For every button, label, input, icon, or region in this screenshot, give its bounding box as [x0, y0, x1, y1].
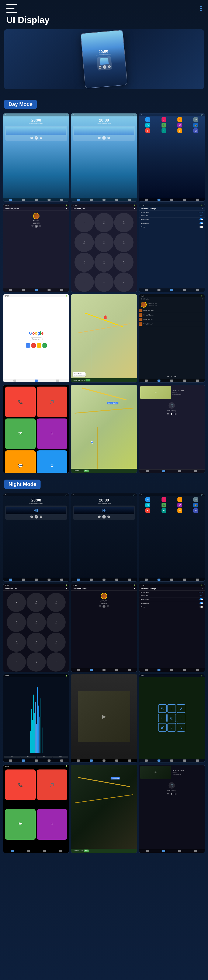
night-app-phone[interactable]: 📞	[162, 503, 166, 508]
next-btn[interactable]: ⏭	[40, 137, 42, 139]
local-prev[interactable]: ⏮	[167, 375, 169, 378]
dial-5[interactable]: 5JKL	[95, 233, 113, 252]
dial-6[interactable]: 6MNO	[114, 233, 133, 252]
play-btn-2[interactable]: ⏸	[102, 136, 106, 140]
app-bt[interactable]: ⬡	[145, 123, 150, 127]
phone-app[interactable]: 📞	[5, 387, 36, 417]
google-app-2[interactable]	[32, 343, 36, 348]
night-np-next[interactable]: ⏭	[175, 792, 177, 795]
night-dial-6[interactable]: 6MNO	[46, 612, 66, 632]
night-podcast-app[interactable]: 🎙	[37, 809, 68, 840]
app-youtube[interactable]: ▶	[145, 128, 150, 133]
night-go-btn[interactable]: GO	[84, 850, 89, 852]
eq-btn-2[interactable]: Bass	[20, 756, 36, 758]
night-next-2[interactable]: ⏭	[107, 515, 110, 518]
bt-prev[interactable]: ⏮	[32, 225, 33, 227]
maps-app[interactable]: 🗺	[5, 418, 36, 449]
messages-app[interactable]: 💬	[5, 450, 36, 473]
dial-9[interactable]: 9WXYZ	[114, 253, 133, 272]
google-search-bar[interactable]: 🔍 Search...	[30, 337, 43, 341]
app-3[interactable]: ⊕	[177, 128, 182, 133]
go-button[interactable]: GO	[85, 379, 90, 382]
night-ac-toggle[interactable]	[200, 602, 203, 604]
night-play-2[interactable]: ⏸	[102, 515, 106, 519]
local-play[interactable]: ⏸	[171, 375, 173, 378]
night-pwr-toggle[interactable]	[200, 606, 203, 608]
night-aa-toggle[interactable]	[200, 598, 203, 600]
power-toggle[interactable]: .toggle.off::after{right:auto;left:1px;}	[200, 226, 203, 228]
night-prev-2[interactable]: ⏮	[98, 515, 101, 518]
night-np-prev[interactable]: ⏮	[167, 792, 169, 795]
next-btn-2[interactable]: ⏭	[107, 137, 110, 139]
night-bt-prev[interactable]: ⏮	[99, 605, 101, 607]
night-prev-1[interactable]: ⏮	[30, 515, 33, 518]
night-play-1[interactable]: ⏸	[35, 515, 38, 519]
dial-8[interactable]: 8TUV	[95, 253, 113, 272]
night-dial-star[interactable]: *	[7, 652, 26, 671]
menu-icon[interactable]	[6, 4, 17, 13]
night-app-1[interactable]: ✈	[145, 497, 150, 502]
app-radio[interactable]: 📻	[193, 123, 198, 127]
night-dial-8[interactable]: 8TUV	[27, 633, 46, 652]
night-app-6[interactable]: ⊕	[177, 508, 182, 513]
night-dial-hash[interactable]: #	[46, 652, 66, 671]
settings-carplay[interactable]: ⚙	[37, 450, 68, 473]
prev-btn[interactable]: ⏮	[30, 137, 33, 139]
auto-connect-toggle[interactable]	[200, 222, 203, 224]
night-phone-app[interactable]: 📞	[5, 770, 36, 800]
google-app-4[interactable]	[43, 343, 47, 348]
night-app-2[interactable]: ♪	[162, 497, 166, 502]
night-app-3[interactable]: 📍	[177, 497, 182, 502]
night-app-7[interactable]: ⊞	[193, 508, 198, 513]
eq-btn-4[interactable]: Treble	[52, 756, 68, 758]
music-app[interactable]: 🎵	[37, 387, 68, 417]
night-music-app[interactable]: 🎵	[37, 770, 68, 800]
podcast-app[interactable]: 🎙	[37, 418, 68, 449]
dial-1[interactable]: 1	[74, 213, 94, 232]
night-dial-4[interactable]: 4GHI	[7, 612, 26, 632]
app-phone[interactable]: 📞	[162, 123, 166, 127]
night-app-waze[interactable]: W	[177, 503, 182, 508]
night-bt-next[interactable]: ⏭	[107, 605, 109, 607]
app-settings[interactable]: ⚙	[193, 117, 198, 122]
app-music[interactable]: ♪	[162, 117, 166, 122]
play-btn[interactable]: ⏸	[35, 136, 38, 140]
dial-2[interactable]: 2ABC	[95, 213, 113, 232]
night-dial-9[interactable]: 9WXYZ	[46, 633, 66, 652]
nav-go-btn[interactable]: GO	[84, 469, 89, 472]
night-np-play[interactable]: ▶	[171, 792, 173, 795]
night-dial-0[interactable]: 0	[27, 652, 46, 671]
bt-play[interactable]: ▶	[35, 225, 38, 228]
app-maps[interactable]: 📍	[177, 117, 182, 122]
local-track-2[interactable]: 华年年_抖音_mp3	[139, 313, 205, 317]
night-app-yt[interactable]: ▶	[145, 508, 150, 513]
night-dial-7[interactable]: 7PQRS	[7, 633, 26, 652]
video-play-icon[interactable]: ▶	[102, 713, 106, 719]
app-waze[interactable]: W	[177, 123, 182, 127]
night-maps-app[interactable]: 🗺	[5, 809, 36, 840]
dial-0[interactable]: 0	[95, 272, 113, 292]
dial-star[interactable]: *	[74, 272, 94, 292]
night-dial-5[interactable]: 5JKL	[27, 612, 46, 632]
night-app-radio[interactable]: 📻	[193, 503, 198, 508]
night-app-4[interactable]: ⚙	[193, 497, 198, 502]
local-next[interactable]: ⏭	[175, 375, 176, 378]
night-app-bt[interactable]: ⬡	[145, 503, 150, 508]
local-track-4[interactable]: 华年#_抖音_mp4	[139, 322, 205, 326]
auto-answer-toggle[interactable]	[200, 218, 203, 220]
night-next-1[interactable]: ⏭	[40, 515, 42, 518]
app-2[interactable]: ✦	[162, 128, 166, 133]
night-dial-1[interactable]: 1	[7, 593, 26, 612]
eq-btn-1[interactable]: EQ	[4, 756, 20, 758]
dots-icon[interactable]	[200, 6, 202, 11]
np-play[interactable]: ▶	[171, 412, 173, 415]
local-track-1[interactable]: 华年年_抖音_mp3	[139, 309, 205, 313]
app-telegram[interactable]: ✈	[145, 117, 150, 122]
np-next[interactable]: ⏭	[175, 412, 177, 415]
dial-7[interactable]: 7PQRS	[74, 253, 94, 272]
dial-3[interactable]: 3DEF	[114, 213, 133, 232]
google-app-1[interactable]	[26, 343, 30, 348]
np-prev[interactable]: ⏮	[167, 412, 169, 415]
google-app-3[interactable]	[37, 343, 41, 348]
prev-btn-2[interactable]: ⏮	[98, 137, 101, 139]
